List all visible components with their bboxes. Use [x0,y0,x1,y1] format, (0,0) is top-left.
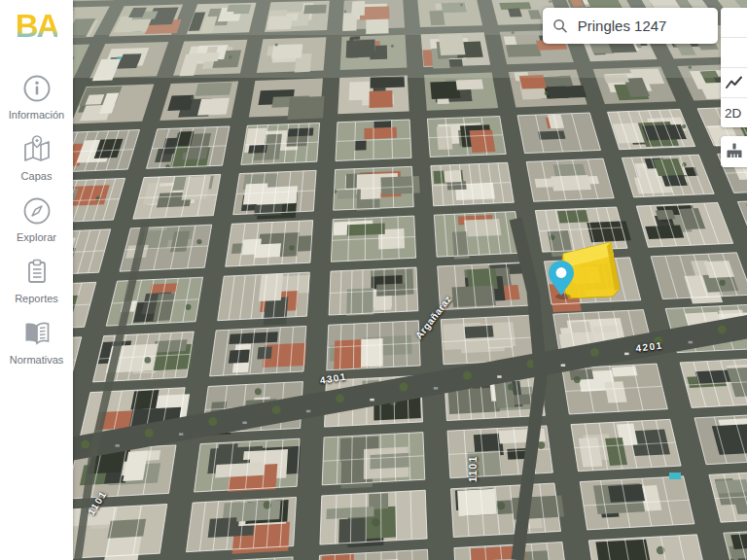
elevation-profile-button[interactable] [721,68,747,98]
sidebar-item-explorar[interactable]: Explorar [0,192,73,245]
ba-logo[interactable]: BA [16,8,58,45]
search-input[interactable] [576,17,708,35]
map-2d-toggle[interactable]: 2D [721,98,747,127]
zoom-out-button[interactable] [721,38,747,68]
sidebar-item-label: Normativas [10,354,64,366]
trend-line-icon [725,74,744,91]
compass-icon [20,194,53,228]
search-box [543,8,718,44]
sidebar-item-label: Capas [21,170,53,182]
sidebar: BA Información Capas [0,0,73,560]
brush-icon [725,142,744,161]
zoom-in-button[interactable] [721,8,747,38]
clipboard-icon [20,256,53,289]
sidebar-item-reportes[interactable]: Reportes [0,254,73,306]
brush-tool-button[interactable] [721,136,747,167]
sidebar-item-label: Reportes [15,293,58,304]
sidebar-item-capas[interactable]: Capas [0,131,73,184]
info-icon [20,72,53,105]
sidebar-item-label: Información [9,109,64,121]
map-2d-label: 2D [725,106,741,121]
sidebar-item-label: Explorar [17,231,56,243]
book-icon [20,317,53,350]
sidebar-nav: Información Capas Explorar [0,70,73,368]
layers-map-icon [20,133,53,166]
map-controls: 2D [721,8,747,127]
satellite-map-3d[interactable] [0,0,747,560]
sidebar-item-informacion[interactable]: Información [0,70,73,122]
search-icon [552,17,568,35]
sidebar-item-normativas[interactable]: Normativas [0,315,73,368]
